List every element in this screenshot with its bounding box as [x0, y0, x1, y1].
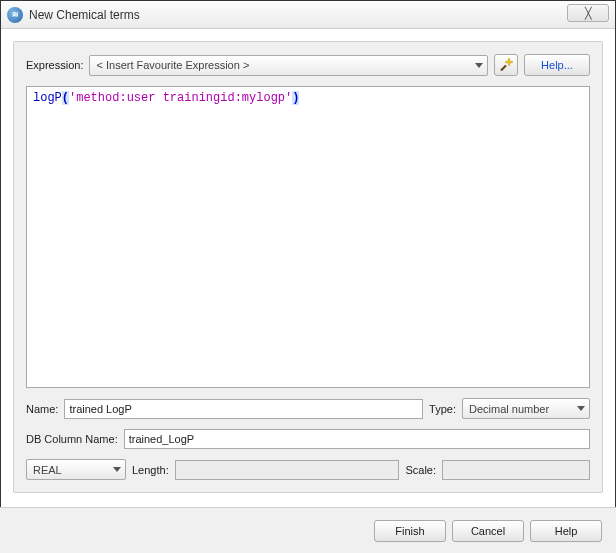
- help-button-top[interactable]: Help...: [524, 54, 590, 76]
- finish-button-label: Finish: [395, 525, 424, 537]
- code-close-paren: ): [292, 91, 299, 105]
- wand-icon: [498, 57, 514, 73]
- type-combo[interactable]: Decimal number: [462, 398, 590, 419]
- svg-marker-0: [505, 58, 513, 66]
- name-input[interactable]: [64, 399, 423, 419]
- dbcol-row: DB Column Name:: [26, 429, 590, 449]
- name-label: Name:: [26, 403, 58, 415]
- main-panel: Expression: < Insert Favourite Expressio…: [13, 41, 603, 493]
- type-combo-value: Decimal number: [469, 403, 549, 415]
- chevron-down-icon: [475, 63, 483, 68]
- scale-input: [442, 460, 590, 480]
- app-icon: ≋: [7, 7, 23, 23]
- expression-combo-value: < Insert Favourite Expression >: [96, 59, 249, 71]
- name-type-row: Name: Type: Decimal number: [26, 398, 590, 419]
- code-open-paren: (: [62, 91, 69, 105]
- help-button-bottom[interactable]: Help: [530, 520, 602, 542]
- dialog-footer: Finish Cancel Help: [0, 507, 616, 553]
- close-icon: ╳: [585, 7, 592, 20]
- close-button[interactable]: ╳: [567, 4, 609, 22]
- chevron-down-icon: [577, 406, 585, 411]
- datatype-combo[interactable]: REAL: [26, 459, 126, 480]
- length-label: Length:: [132, 464, 169, 476]
- expression-combo[interactable]: < Insert Favourite Expression >: [89, 55, 488, 76]
- dbcol-label: DB Column Name:: [26, 433, 118, 445]
- code-string: 'method:user trainingid:mylogp': [69, 91, 292, 105]
- svg-rect-1: [500, 65, 506, 71]
- cancel-button-label: Cancel: [471, 525, 505, 537]
- finish-button[interactable]: Finish: [374, 520, 446, 542]
- scale-label: Scale:: [405, 464, 436, 476]
- cancel-button[interactable]: Cancel: [452, 520, 524, 542]
- dbcol-input[interactable]: [124, 429, 590, 449]
- type-label: Type:: [429, 403, 456, 415]
- expression-row: Expression: < Insert Favourite Expressio…: [26, 54, 590, 76]
- expression-label: Expression:: [26, 59, 83, 71]
- datatype-row: REAL Length: Scale:: [26, 459, 590, 480]
- expression-editor[interactable]: logP('method:user trainingid:mylogp'): [26, 86, 590, 388]
- length-input: [175, 460, 400, 480]
- favourite-wand-button[interactable]: [494, 54, 518, 76]
- datatype-combo-value: REAL: [33, 464, 62, 476]
- window-title: New Chemical terms: [29, 8, 140, 22]
- help-button-top-label: Help...: [541, 59, 573, 71]
- code-func: logP: [33, 91, 62, 105]
- help-button-bottom-label: Help: [555, 525, 578, 537]
- chevron-down-icon: [113, 467, 121, 472]
- title-bar: ≋ New Chemical terms ╳: [1, 1, 615, 29]
